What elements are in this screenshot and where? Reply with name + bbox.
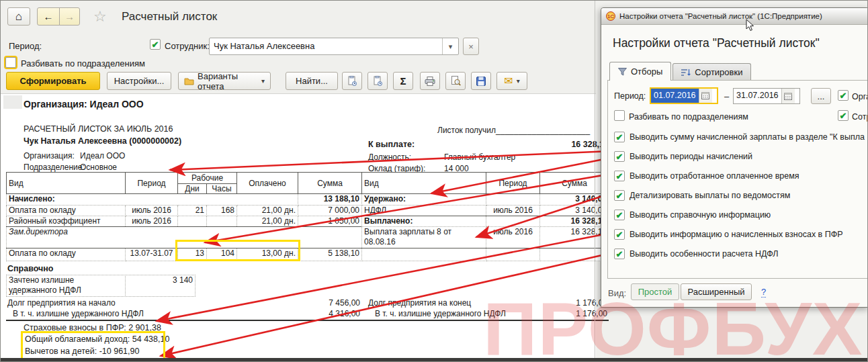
employee-combo-value: Чук Наталья Алексеевна — [210, 38, 442, 54]
organization-checkbox[interactable]: ✔ — [838, 90, 849, 101]
option-show-accrued-sum[interactable]: ✔ Выводить сумму начисленной зарплаты в … — [614, 132, 865, 142]
org-label: Организация: — [24, 151, 75, 161]
dialog-titlebar[interactable]: 1С Настройки отчета "Расчетный листок" (… — [601, 8, 868, 25]
table-row: Оплата по окладу июль 2016 21 168 21,00 … — [7, 206, 362, 216]
check-icon: ✔ — [840, 91, 847, 100]
option-show-ndfl-details[interactable]: ✔ Выводить особенности расчета НДФЛ — [614, 248, 779, 259]
option-label: Выводить отработанное оплаченное время — [630, 171, 799, 181]
window-bottom-edge — [1, 358, 868, 362]
report-margin-block — [3, 95, 22, 109]
back-button[interactable]: ← — [37, 7, 60, 26]
reference-label: Справочно — [7, 264, 53, 273]
option-show-reference-info[interactable]: ✔ Выводить справочную информацию — [614, 210, 771, 220]
preview-button[interactable] — [445, 72, 466, 90]
option-detail-payments[interactable]: ✔ Детализировать выплаты по ведомостям — [614, 190, 790, 201]
checkbox[interactable]: ✔ — [614, 229, 625, 240]
period-from-value: 01.07.2016 — [651, 89, 699, 103]
period-label: Период: — [9, 41, 42, 51]
debt-start-label: Долг предприятия на начало — [7, 298, 116, 308]
check-icon: ✔ — [152, 40, 159, 49]
find-button[interactable]: Найти... — [286, 72, 338, 90]
option-label: Выводить справочную информацию — [630, 210, 771, 220]
accruals-table: Вид Период Рабочие Оплачено Сумма Дни Ча… — [6, 172, 362, 261]
checkbox[interactable]: ✔ — [614, 132, 625, 142]
option-show-paid-time[interactable]: ✔ Выводить отработанное оплаченное время — [614, 171, 799, 181]
col-header-period: Период — [126, 173, 178, 194]
debt-start-ndfl-label: В т. ч. излишне удержанного НДФЛ — [13, 309, 144, 318]
forward-button[interactable]: → — [59, 7, 80, 26]
check-icon: ✔ — [616, 172, 623, 181]
option-label: Выводить сумму начисленной зарплаты в ра… — [630, 132, 865, 142]
settings-button-label: Настройки... — [114, 76, 165, 86]
table-row: Оплата по окладу 13.07-31.07 13 104 13,0… — [7, 248, 362, 261]
calendar-icon[interactable] — [781, 89, 795, 103]
checkbox[interactable]: ✔ — [614, 190, 625, 201]
report-org-title: Организация: Идеал ООО — [24, 99, 144, 109]
taxable-income-line: Общий облагаемый доход: 54 438,10 — [25, 334, 169, 344]
organization-checkbox-label: Орга — [852, 92, 868, 101]
tab-otbory[interactable]: Отборы — [609, 62, 671, 81]
report-settings-dialog: 1С Настройки отчета "Расчетный листок" (… — [601, 7, 868, 308]
paste-settings-button[interactable] — [367, 72, 388, 90]
employee-checkbox[interactable]: ✔ — [150, 39, 161, 50]
col-header-dni: Дни — [178, 184, 207, 194]
print-button[interactable] — [420, 72, 440, 90]
page-title: Расчетный листок — [122, 10, 217, 24]
table-row: Удержано: 3 140,00 — [362, 194, 609, 206]
settings-button[interactable]: Настройки... — [107, 72, 171, 90]
col-header-vid: Вид — [362, 173, 486, 194]
save-button[interactable] — [471, 72, 491, 90]
period-from-field[interactable]: 01.07.2016 — [650, 87, 718, 104]
col-header-period: Период — [486, 173, 540, 194]
option-show-accrual-periods[interactable]: ✔ Выводить периоды начислений — [614, 151, 752, 162]
col-header-rabochie: Рабочие — [178, 173, 237, 184]
view-extended-button[interactable]: Расширенный — [681, 283, 752, 300]
table-row: НДФЛ июль 2016 3 140,00 — [362, 206, 609, 216]
calendar-icon[interactable] — [699, 89, 712, 103]
report-variants-label: Варианты отчета — [198, 71, 258, 91]
option-label: Выводить особенности расчета НДФЛ — [630, 249, 779, 259]
checkbox[interactable]: ✔ — [614, 171, 625, 181]
chevron-down-icon: ▾ — [517, 77, 520, 85]
tab-sortirovki-label: Сортировки — [695, 67, 742, 77]
employee-clear-button[interactable]: × — [463, 38, 479, 55]
dialog-heading: Настройки отчета "Расчетный листок" — [613, 36, 820, 50]
ellipsis-label: ... — [818, 91, 825, 101]
floppy-save-icon — [476, 77, 486, 86]
favorite-star-icon[interactable]: ☆ — [93, 8, 107, 26]
dialog-split-checkbox[interactable] — [614, 110, 625, 121]
view-simple-label: Простой — [638, 287, 672, 297]
view-extended-label: Расширенный — [687, 287, 744, 297]
view-label: Вид: — [608, 288, 626, 298]
send-email-button[interactable]: ✉ ▾ — [496, 72, 527, 90]
view-simple-button[interactable]: Простой — [631, 283, 679, 300]
option-show-pfr-contributions[interactable]: ✔ Выводить информацию о начисленных взно… — [614, 229, 843, 240]
table-row — [362, 248, 609, 261]
dialog-split-checkbox-label: Разбивать по подразделениям — [629, 112, 748, 122]
period-options-button[interactable]: ... — [811, 88, 831, 104]
option-label: Детализировать выплаты по ведомостям — [630, 191, 790, 200]
report-variants-button[interactable]: Варианты отчета ▾ — [178, 72, 271, 90]
debt-end-ndfl-label: В т. ч. излишне удержанного НДФЛ — [375, 309, 506, 318]
generate-button[interactable]: Сформировать — [6, 72, 100, 90]
chevron-down-icon[interactable]: ▾ — [442, 38, 458, 54]
home-button[interactable]: ⌂ — [7, 7, 30, 26]
employee-combo[interactable]: Чук Наталья Алексеевна ▾ — [209, 38, 459, 55]
autosum-button[interactable]: Σ — [393, 72, 413, 90]
tab-sortirovki[interactable]: Сортировки — [672, 63, 751, 81]
department-label: Подразделение: — [24, 163, 85, 172]
checkbox[interactable]: ✔ — [614, 210, 625, 220]
position-value: Главный бухгалтер — [444, 152, 515, 162]
checkbox[interactable]: ✔ — [614, 151, 625, 162]
option-label: Выводить информацию о начисленных взноса… — [630, 230, 843, 239]
split-by-departments-checkbox[interactable] — [5, 57, 16, 68]
help-link[interactable]: ? — [761, 287, 766, 298]
debt-start-ndfl-value: 4 316,00 — [283, 309, 360, 318]
period-to-value: 31.07.2016 — [734, 89, 781, 103]
dialog-employee-checkbox[interactable]: ✔ — [838, 110, 849, 121]
copy-settings-button[interactable] — [342, 72, 362, 90]
clipboard-paste-icon — [373, 76, 382, 86]
checkbox[interactable]: ✔ — [614, 248, 625, 259]
filter-funnel-icon — [618, 68, 627, 76]
period-to-field[interactable]: 31.07.2016 — [733, 88, 800, 104]
